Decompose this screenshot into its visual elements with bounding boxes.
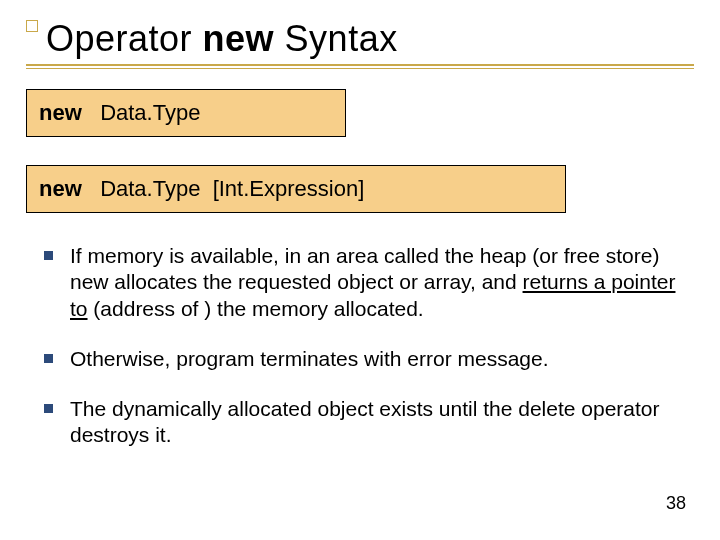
syntax-rest-1: Data.Type	[82, 100, 201, 125]
list-item: If memory is available, in an area calle…	[40, 243, 694, 322]
bullet-list: If memory is available, in an area calle…	[40, 243, 694, 449]
syntax-rest-2: Data.Type [Int.Expression]	[82, 176, 364, 201]
syntax-keyword-2: new	[39, 176, 82, 201]
bullet-2: Otherwise, program terminates with error…	[70, 347, 549, 370]
bullet-3: The dynamically allocated object exists …	[70, 397, 660, 446]
slide: Operator new Syntax new Data.Type new Da…	[0, 0, 720, 540]
title-bold: new	[203, 18, 275, 59]
page-number: 38	[666, 493, 686, 514]
title-rule	[26, 64, 694, 69]
title-accent-square	[26, 20, 38, 32]
slide-title: Operator new Syntax	[46, 18, 694, 60]
syntax-box-2: new Data.Type [Int.Expression]	[26, 165, 566, 213]
bullet-1-post: (address of ) the memory allocated.	[88, 297, 424, 320]
title-rule-thin	[26, 68, 694, 69]
title-rule-thick	[26, 64, 694, 66]
syntax-keyword-1: new	[39, 100, 82, 125]
list-item: Otherwise, program terminates with error…	[40, 346, 694, 372]
list-item: The dynamically allocated object exists …	[40, 396, 694, 449]
syntax-box-1: new Data.Type	[26, 89, 346, 137]
title-pre: Operator	[46, 18, 203, 59]
title-post: Syntax	[274, 18, 398, 59]
